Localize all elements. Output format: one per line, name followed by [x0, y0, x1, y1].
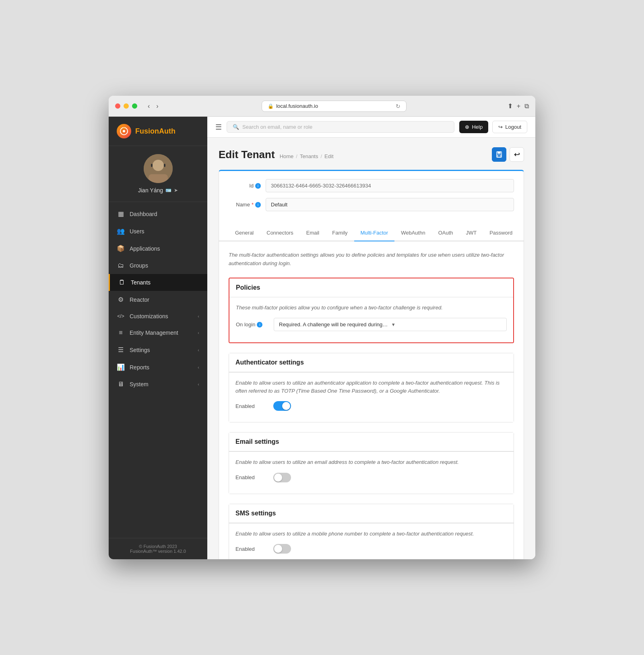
tab-family[interactable]: Family [326, 225, 354, 241]
profile-location-icon: ➤ [174, 187, 178, 193]
maximize-button[interactable] [132, 103, 137, 109]
sidebar-item-entity-management[interactable]: ≡ Entity Management ‹ [109, 324, 207, 341]
tabs-button[interactable]: ⧉ [524, 102, 529, 110]
share-button[interactable]: ⬆ [508, 102, 513, 110]
footer-copyright: © FusionAuth 2023 [117, 544, 199, 549]
tab-oauth[interactable]: OAuth [432, 225, 460, 241]
chevron-right-icon: ‹ [198, 348, 199, 352]
tab-jwt[interactable]: JWT [459, 225, 483, 241]
footer-version: FusionAuth™ version 1.42.0 [117, 549, 199, 554]
authenticator-toggle[interactable] [273, 401, 291, 411]
authenticator-section: Authenticator settings Enable to allow u… [229, 353, 514, 422]
back-button[interactable]: ‹ [145, 102, 152, 111]
sms-settings-header: SMS settings [229, 504, 514, 523]
tabs-bar: General Connectors Email Family Multi-Fa… [219, 225, 524, 241]
on-login-select[interactable]: Required. A challenge will be required d… [274, 318, 507, 331]
tab-multi-factor[interactable]: Multi-Factor [354, 225, 395, 241]
sidebar-item-users[interactable]: 👥 Users [109, 222, 207, 240]
page-actions: ↩ [492, 147, 524, 162]
email-enabled-label: Enabled [235, 474, 268, 480]
on-login-row: On login i Required. A challenge will be… [236, 318, 507, 331]
sidebar-item-groups[interactable]: 🗂 Groups [109, 257, 207, 274]
tab-webauthn[interactable]: WebAuthn [394, 225, 431, 241]
topbar-actions: ⊕ Help ↪ Logout [459, 121, 527, 133]
email-settings-desc: Enable to allow users to utilize an emai… [235, 458, 507, 466]
search-bar[interactable]: 🔍 Search on email, name or role [227, 121, 454, 133]
titlebar: ‹ › 🔒 local.fusionauth.io ↻ ⬆ + ⧉ [109, 96, 535, 117]
refresh-icon[interactable]: ↻ [396, 103, 400, 109]
tab-general[interactable]: General [229, 225, 260, 241]
svg-point-1 [123, 130, 125, 132]
email-toggle[interactable] [273, 473, 291, 482]
sms-settings-section: SMS settings Enable to allow users to ut… [229, 504, 514, 559]
logout-button[interactable]: ↪ Logout [492, 121, 527, 133]
url-bar[interactable]: 🔒 local.fusionauth.io ↻ [262, 101, 407, 112]
tab-password[interactable]: Password [483, 225, 519, 241]
sidebar-item-label: Settings [130, 347, 150, 353]
sidebar-item-label: Dashboard [130, 211, 157, 217]
avatar-image [144, 154, 173, 183]
sidebar-item-reports[interactable]: 📊 Reports ‹ [109, 358, 207, 376]
sms-toggle[interactable] [273, 544, 291, 554]
email-settings-section: Email settings Enable to allow users to … [229, 432, 514, 494]
sidebar-item-system[interactable]: 🖥 System ‹ [109, 376, 207, 393]
close-button[interactable] [115, 103, 120, 109]
sidebar-footer: © FusionAuth 2023 FusionAuth™ version 1.… [109, 538, 207, 559]
sidebar-item-tenants[interactable]: 🗒 Tenants [109, 274, 207, 291]
sidebar-nav: ▦ Dashboard 👥 Users 📦 Applications 🗂 Gro… [109, 202, 207, 538]
id-info-icon[interactable]: i [255, 183, 261, 189]
titlebar-right-controls: ⬆ + ⧉ [508, 102, 529, 110]
logo-icon [117, 124, 131, 138]
address-bar-area: 🔒 local.fusionauth.io ↻ [166, 101, 503, 112]
users-icon: 👥 [117, 227, 125, 235]
toggle-thumb [282, 402, 290, 410]
svg-rect-9 [497, 152, 501, 154]
email-settings-header: Email settings [229, 433, 514, 451]
sidebar-item-dashboard[interactable]: ▦ Dashboard [109, 205, 207, 222]
id-field-row: Id i [229, 179, 514, 192]
sidebar-item-applications[interactable]: 📦 Applications [109, 240, 207, 257]
tab-connectors[interactable]: Connectors [260, 225, 299, 241]
sidebar-item-reactor[interactable]: ⚙ Reactor [109, 291, 207, 308]
sms-settings-desc: Enable to allow users to utilize a mobil… [235, 530, 507, 538]
sidebar: FusionAuth Jian Yáng [109, 117, 207, 559]
name-info-icon[interactable]: i [255, 202, 261, 208]
search-icon: 🔍 [233, 124, 239, 130]
breadcrumb-tenants[interactable]: Tenants [300, 153, 318, 159]
tab-email[interactable]: Email [300, 225, 326, 241]
system-icon: 🖥 [117, 381, 125, 388]
minimize-button[interactable] [124, 103, 129, 109]
page-header: Edit Tenant Home / Tenants / Edit [219, 147, 524, 162]
breadcrumb-home[interactable]: Home [280, 153, 294, 159]
svg-rect-7 [164, 164, 165, 167]
chevron-right-icon: ‹ [198, 314, 199, 319]
forward-button[interactable]: › [154, 102, 161, 111]
svg-rect-6 [151, 164, 153, 167]
sidebar-item-label: Entity Management [130, 330, 178, 336]
on-login-info-icon[interactable]: i [257, 322, 262, 328]
hamburger-icon[interactable]: ☰ [215, 123, 222, 132]
save-button[interactable] [492, 147, 506, 162]
logout-icon: ↪ [498, 124, 503, 130]
breadcrumb: Home / Tenants / Edit [280, 153, 334, 159]
svg-point-4 [153, 160, 164, 171]
back-arrow-button[interactable]: ↩ [510, 147, 524, 162]
page-title-area: Edit Tenant Home / Tenants / Edit [219, 148, 334, 161]
id-input[interactable] [266, 179, 514, 192]
help-button[interactable]: ⊕ Help [459, 121, 488, 133]
avatar [144, 154, 173, 183]
on-login-label: On login i [236, 321, 268, 328]
sidebar-item-settings[interactable]: ☰ Settings ‹ [109, 341, 207, 358]
sms-enabled-label: Enabled [235, 546, 268, 552]
breadcrumb-sep-1: / [296, 153, 297, 159]
chevron-right-icon: ‹ [198, 330, 199, 335]
sidebar-item-customizations[interactable]: </> Customizations ‹ [109, 308, 207, 324]
new-tab-button[interactable]: + [517, 102, 520, 110]
groups-icon: 🗂 [117, 262, 125, 269]
lock-icon: 🔒 [268, 103, 274, 109]
url-text: local.fusionauth.io [276, 103, 318, 109]
search-placeholder: Search on email, name or role [242, 124, 312, 130]
help-icon: ⊕ [465, 124, 469, 130]
name-input[interactable] [266, 198, 514, 211]
toggle-thumb [274, 474, 282, 482]
